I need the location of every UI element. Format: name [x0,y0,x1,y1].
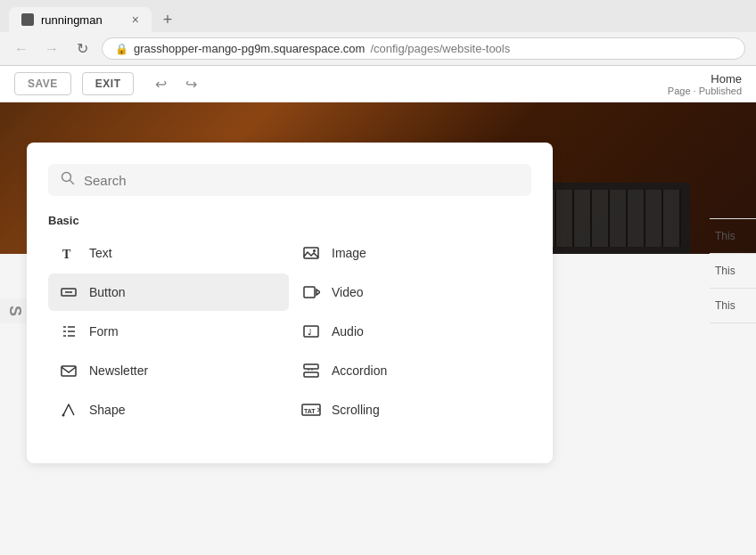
search-bar [48,164,531,196]
block-label-form: Form [89,324,119,339]
url-path: /config/pages/website-tools [370,42,510,55]
block-item-button[interactable]: Button [48,273,289,311]
svg-marker-8 [316,290,320,295]
block-label-image: Image [332,246,366,260]
cms-toolbar: SAVE EXIT ↩ ↪ Home Page · Published [0,66,756,102]
right-sidebar: This This This [710,218,756,323]
text-icon: T [59,243,78,263]
back-button[interactable]: ← [11,38,32,60]
block-item-accordion[interactable]: Accordion [291,352,531,389]
url-bar[interactable]: 🔒 grasshopper-mango-pg9m.squarespace.com… [102,37,745,60]
block-item-form[interactable]: Form [48,313,289,350]
block-label-accordion: Accordion [332,363,387,378]
svg-rect-17 [62,366,76,376]
block-picker-panel: Basic T Text [27,143,553,463]
basic-section-label: Basic [48,214,531,227]
address-bar: ← → ↻ 🔒 grasshopper-mango-pg9m.squarespa… [0,32,756,65]
save-button[interactable]: SAVE [14,72,71,95]
block-item-scrolling[interactable]: TAT Scrolling [291,391,531,428]
right-item-2: This [710,253,756,288]
tab-title: runningman [41,13,103,27]
tab-bar: runningman × + [0,0,756,32]
accordion-icon [301,361,321,380]
block-item-video[interactable]: Video [291,273,531,311]
block-label-video: Video [332,285,364,299]
forward-button[interactable]: → [41,38,62,60]
tab-close-button[interactable]: × [132,12,139,27]
block-item-text[interactable]: T Text [48,234,289,272]
button-icon [59,282,78,302]
block-item-image[interactable]: Image [291,234,531,272]
browser-chrome: runningman × + ← → ↻ 🔒 grasshopper-mango… [0,0,756,66]
block-grid: T Text Image [48,234,531,428]
svg-rect-7 [304,287,315,298]
video-icon [301,282,321,302]
block-label-newsletter: Newsletter [89,363,148,378]
redo-button[interactable]: ↪ [178,71,203,96]
page-name: Home [668,72,742,86]
shape-icon [59,400,78,420]
svg-rect-15 [304,326,318,337]
svg-point-4 [313,249,316,252]
svg-point-21 [62,414,65,417]
right-item-1: This [710,218,756,253]
block-label-scrolling: Scrolling [332,403,380,417]
form-icon [59,322,78,341]
block-label-audio: Audio [332,324,364,339]
left-edge-label: S [0,298,29,323]
svg-rect-19 [304,372,318,377]
page-content: S This This This Basic [0,102,756,555]
undo-button[interactable]: ↩ [148,71,173,96]
right-item-3: This [710,288,756,323]
svg-text:TAT: TAT [304,408,316,414]
block-label-shape: Shape [89,403,125,417]
block-item-audio[interactable]: ♩ Audio [291,313,531,350]
search-icon [61,171,75,189]
svg-text:♩: ♩ [308,328,311,337]
url-lock-icon: 🔒 [115,43,128,55]
left-label-text: S [5,306,24,316]
svg-text:T: T [62,248,71,261]
refresh-button[interactable]: ↻ [71,38,93,60]
block-label-text: Text [89,246,112,260]
block-label-button: Button [89,285,125,299]
image-icon [301,243,321,263]
tab-favicon [21,13,34,26]
block-item-newsletter[interactable]: Newsletter [48,352,289,389]
search-input[interactable] [84,173,519,188]
active-tab[interactable]: runningman × [9,7,152,32]
url-domain: grasshopper-mango-pg9m.squarespace.com [134,42,365,55]
svg-line-1 [70,181,74,184]
new-tab-button[interactable]: + [155,7,180,32]
exit-button[interactable]: EXIT [82,72,135,95]
undo-redo-group: ↩ ↪ [148,71,203,96]
page-status: Page · Published [668,86,742,96]
block-item-shape[interactable]: Shape [48,391,289,428]
newsletter-icon [59,361,78,380]
svg-rect-18 [304,364,318,369]
audio-icon: ♩ [301,322,321,341]
page-info: Home Page · Published [668,72,742,96]
scrolling-icon: TAT [301,400,321,420]
